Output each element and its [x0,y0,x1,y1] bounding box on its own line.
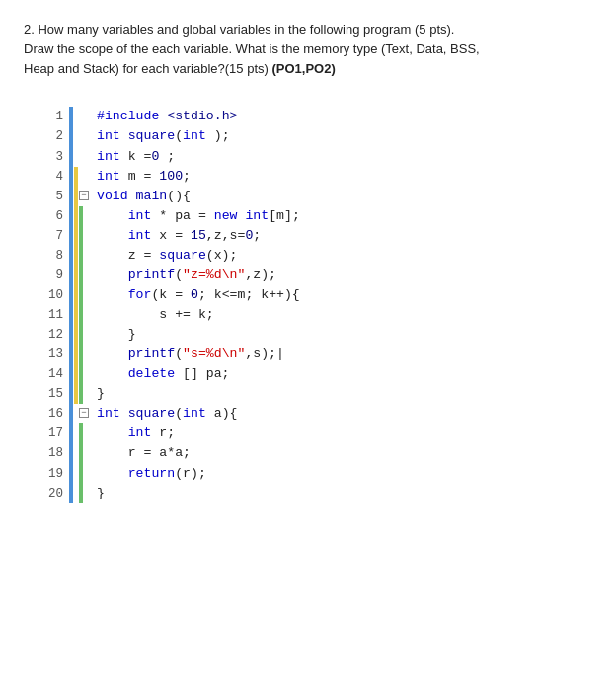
question-text3: Heap and Stack) for each variable?(15 pt… [24,61,271,76]
code-line: 9 printf("z=%d\n",z); [43,266,592,285]
scope-bars [69,384,79,404]
scope-bar [69,246,73,266]
scope-bars [69,305,79,325]
code-text: r = a*a; [93,443,191,463]
scope-bars [69,325,79,345]
scope-bar [74,423,78,443]
scope-bar [74,206,78,226]
line-number: 16 [43,404,69,423]
scope-bars [69,443,79,463]
line-number: 2 [43,126,69,146]
scope-bar [74,126,78,146]
code-text: int square(int a){ [93,404,237,423]
scope-bar [69,345,73,364]
code-text: void main(){ [93,187,191,206]
scope-bar [79,126,83,146]
line-number: 20 [43,484,69,503]
scope-bars [69,364,79,384]
scope-bars [69,246,79,266]
scope-bar [79,246,83,266]
scope-bar [74,484,78,503]
scope-bar [69,206,73,226]
line-number: 5 [43,187,69,206]
code-line: 7 int x = 15,z,s=0; [43,226,592,246]
code-text: printf("s=%d\n",s);| [93,345,284,364]
scope-bar [74,147,78,167]
question-number: 2. [24,22,35,37]
scope-bar [69,364,73,384]
line-number: 14 [43,364,69,384]
line-number: 18 [43,443,69,463]
code-text: int k =0 ; [93,147,175,167]
scope-bar [69,443,73,463]
code-text: } [93,384,105,404]
scope-bar [79,345,83,364]
code-line: 14 delete [] pa; [43,364,592,384]
code-line: 13 printf("s=%d\n",s);| [43,345,592,364]
scope-bar [79,364,83,384]
scope-bars [69,423,79,443]
line-number: 6 [43,206,69,226]
scope-bar [69,187,73,206]
scope-bar [79,443,83,463]
scope-bars [69,126,79,146]
code-block: 1#include <stdio.h>2int square(int );3in… [43,107,592,502]
scope-bar [74,246,78,266]
code-text: delete [] pa; [93,364,230,384]
scope-bar [69,484,73,503]
scope-bar [74,384,78,404]
code-line: 6 int * pa = new int[m]; [43,206,592,226]
scope-bar [69,285,73,305]
collapse-icon[interactable]: − [79,191,89,200]
line-number: 9 [43,266,69,285]
scope-bars [69,206,79,226]
code-text: int x = 15,z,s=0; [93,226,261,246]
scope-bar [69,305,73,325]
line-number: 12 [43,325,69,345]
scope-bars [69,345,79,364]
code-line: 3int k =0 ; [43,147,592,167]
code-text: int m = 100; [93,167,191,187]
question-bold: (PO1,PO2) [271,61,335,76]
code-text: } [93,484,105,503]
code-line: 2int square(int ); [43,126,592,146]
scope-bar [74,404,78,423]
scope-bar [79,107,83,126]
scope-bar [74,167,78,187]
line-number: 1 [43,107,69,126]
scope-bar [69,147,73,167]
code-line: 5−void main(){ [43,187,592,206]
scope-bar [74,285,78,305]
scope-bar [79,167,83,187]
scope-bars [69,167,79,187]
collapse-icon[interactable]: − [79,408,89,418]
scope-bars [69,187,79,206]
scope-bar [69,107,73,126]
scope-bar [79,464,83,484]
scope-bar [79,305,83,325]
scope-bars [69,266,79,285]
scope-bar [79,226,83,246]
code-text: printf("z=%d\n",z); [93,266,276,285]
scope-bar [74,187,78,206]
code-line: 19 return(r); [43,464,592,484]
scope-bar [79,423,83,443]
scope-bar [79,325,83,345]
scope-bar [74,305,78,325]
scope-bar [74,226,78,246]
scope-bar [79,147,83,167]
scope-bar [69,384,73,404]
scope-bar [69,126,73,146]
scope-bar [69,404,73,423]
question-text2: Draw the scope of the each variable. Wha… [24,41,480,56]
line-number: 4 [43,167,69,187]
scope-bar [74,464,78,484]
line-number: 19 [43,464,69,484]
code-line: 8 z = square(x); [43,246,592,266]
code-line: 16−int square(int a){ [43,404,592,423]
scope-bar [79,206,83,226]
line-number: 11 [43,305,69,325]
scope-bar [74,266,78,285]
code-line: 20} [43,484,592,503]
scope-bar [69,325,73,345]
